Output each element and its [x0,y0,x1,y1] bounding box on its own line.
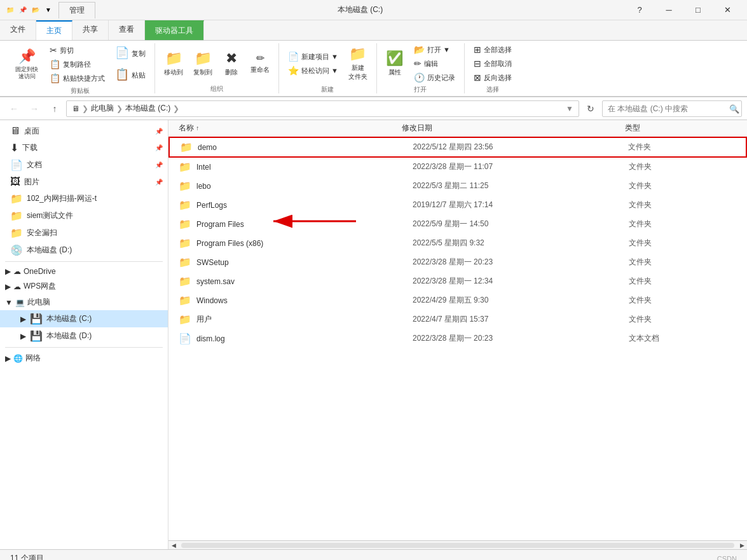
sidebar-item-pictures[interactable]: 🖼 图片 📌 [0,174,168,190]
new-item-icon: 📄 [288,51,299,62]
new-folder-icon: 📁 [349,46,366,62]
sidebar-item-documents[interactable]: 📄 文档 📌 [0,156,168,174]
path-dropdown[interactable]: ▼ [566,104,573,113]
back-button[interactable]: ← [5,100,23,117]
refresh-button[interactable]: ↻ [582,100,600,117]
sidebar-item-siem[interactable]: 📁 siem测试文件 [0,207,168,224]
path-this-pc[interactable]: 此电脑 [91,103,114,114]
download-icon: ⬇ [10,142,18,154]
wps-icon: ☁ [13,282,21,291]
history-button[interactable]: 🕐 历史记录 [410,71,459,84]
tab-home[interactable]: 主页 [36,20,72,40]
path-disk-c[interactable]: 本地磁盘 (C:) [125,103,170,114]
sidebar: 🖥 桌面 📌 ⬇ 下载 📌 📄 文档 📌 🖼 图片 📌 📁 102_内网扫描-网… [0,120,168,549]
restore-button[interactable]: □ [683,0,713,20]
close-button[interactable]: ✕ [713,0,742,20]
file-row-lebo[interactable]: 📁 lebo 2022/5/3 星期二 11:25 文件夹 [168,177,747,196]
sidebar-item-security[interactable]: 📁 安全漏扫 [0,224,168,242]
file-row-system-sav[interactable]: 📁 system.sav 2022/3/28 星期一 12:34 文件夹 [168,272,747,291]
paste-shortcut-button[interactable]: 📋 粘贴快捷方式 [46,72,109,85]
rename-icon: ✏ [256,52,264,64]
col-header-date[interactable]: 修改日期 [402,123,625,133]
window-title: 本地磁盘 (C:) [95,4,625,15]
up-button[interactable]: ↑ [46,100,64,117]
sidebar-item-wps[interactable]: ▶ ☁ WPS网盘 [0,278,168,294]
edit-button[interactable]: ✏ 编辑 [410,57,459,70]
invert-selection-button[interactable]: ⊠ 反向选择 [470,71,516,84]
search-icon[interactable]: 🔍 [729,104,739,113]
organize-label: 组织 [210,85,223,93]
hscroll-track[interactable] [181,543,734,548]
file-row-program-files[interactable]: 📁 Program Files 2022/5/9 星期一 14:50 文件夹 [168,215,747,234]
file-row-dism-log[interactable]: 📄 dism.log 2022/3/28 星期一 20:23 文本文档 [168,329,747,348]
col-header-type[interactable]: 类型 [625,123,737,133]
sidebar-item-download[interactable]: ⬇ 下载 📌 [0,139,168,156]
sidebar-item-onedrive[interactable]: ▶ ☁ OneDrive [0,264,168,278]
file-row-users[interactable]: 📁 用户 2022/4/7 星期四 15:37 文件夹 [168,310,747,329]
paste-button[interactable]: 📋 粘贴 [111,65,149,85]
tab-file[interactable]: 文件 [0,20,36,40]
file-row-perflogs[interactable]: 📁 PerfLogs 2019/12/7 星期六 17:14 文件夹 [168,196,747,215]
copy-path-button[interactable]: 📋 复制路径 [46,58,109,71]
copy-icon: 📄 [115,46,129,60]
hscroll-left[interactable]: ◀ [168,541,179,550]
folder-intel-icon: 📁 [179,161,191,173]
sidebar-item-network[interactable]: ▶ 🌐 网络 [0,350,168,366]
sidebar-item-desktop[interactable]: 🖥 桌面 📌 [0,123,168,139]
paste-shortcut-icon: 📋 [50,73,60,83]
cut-button[interactable]: ✂ 剪切 [46,44,109,57]
disk-d-icon-quick: 💿 [10,244,23,256]
main-area: 🖥 桌面 📌 ⬇ 下载 📌 📄 文档 📌 🖼 图片 📌 📁 102_内网扫描-网… [0,120,747,549]
file-dism-icon: 📄 [179,332,191,345]
window-icons: 📁 📌 📂 ▼ [5,5,53,15]
easy-access-button[interactable]: ⭐ 轻松访问 ▼ [284,64,342,77]
address-path[interactable]: 🖥 ❯ 此电脑 ❯ 本地磁盘 (C:) ❯ ▼ [66,100,579,117]
thispc-icon: 💻 [15,298,25,307]
pin-to-quick-access-button[interactable]: 📌 固定到快速访问 [10,46,43,83]
col-header-name[interactable]: 名称 ↑ [179,123,402,133]
organize-buttons: 📁 移动到 📁 复制到 ✖ 删除 ✏ 重命名 [160,43,273,83]
open-button[interactable]: 📂 打开 ▼ [410,43,459,56]
sidebar-item-thispc[interactable]: ▼ 💻 此电脑 [0,294,168,310]
status-bar: 11 个项目 CSDN [0,549,747,560]
sidebar-item-102[interactable]: 📁 102_内网扫描-网运-t [0,190,168,207]
tab-management[interactable]: 管理 [58,2,95,18]
window-controls: ? ─ □ ✕ [625,0,742,20]
folder-icon-sm: 📂 [31,5,41,15]
content-hscroll: ◀ ▶ [168,540,747,549]
tab-view[interactable]: 查看 [109,20,145,40]
hscroll-right[interactable]: ▶ [737,541,747,550]
tab-share[interactable]: 共享 [72,20,109,40]
group-clipboard: 📌 固定到快速访问 ✂ 剪切 📋 复制路径 📋 粘贴快捷方式 [5,43,155,93]
file-row-intel[interactable]: 📁 Intel 2022/3/28 星期一 11:07 文件夹 [168,158,747,177]
new-label: 新建 [321,85,334,94]
rename-button[interactable]: ✏ 重命名 [247,50,273,77]
properties-button[interactable]: ✅ 属性 [382,48,408,79]
disk-c-icon: 💾 [30,313,43,325]
file-row-program-files-x86[interactable]: 📁 Program Files (x86) 2022/5/5 星期四 9:32 … [168,234,747,253]
copy-button[interactable]: 📄 复制 [111,43,149,64]
forward-button[interactable]: → [25,100,43,117]
deselect-all-button[interactable]: ⊟ 全部取消 [470,57,516,70]
new-item-button[interactable]: 📄 新建项目 ▼ [284,50,342,63]
copy-to-button[interactable]: 📁 复制到 [189,48,216,79]
move-to-button[interactable]: 📁 移动到 [160,48,187,79]
minimize-button[interactable]: ─ [654,0,683,20]
select-all-button[interactable]: ⊞ 全部选择 [470,43,516,56]
pictures-icon: 🖼 [10,176,20,188]
file-row-demo[interactable]: 📁 demo 2022/5/12 星期四 23:56 文件夹 [168,137,747,158]
help-button[interactable]: ? [625,0,654,20]
group-new: 📄 新建项目 ▼ ⭐ 轻松访问 ▼ 📁 新建文件夹 新建 [279,43,377,93]
sidebar-item-disk-c[interactable]: ▶ 💾 本地磁盘 (C:) [0,310,168,327]
tab-drive-tools[interactable]: 驱动器工具 [145,20,204,40]
file-row-windows[interactable]: 📁 Windows 2022/4/29 星期五 9:30 文件夹 [168,291,747,310]
file-row-swsetup[interactable]: 📁 SWSetup 2022/3/28 星期一 20:23 文件夹 [168,253,747,272]
sidebar-item-disk-d-quick[interactable]: 💿 本地磁盘 (D:) [0,242,168,259]
onedrive-expand-icon: ▶ [5,267,11,276]
copy-to-icon: 📁 [195,50,212,67]
paste-icon: 📋 [115,67,129,81]
search-input[interactable] [602,100,742,117]
new-folder-button[interactable]: 📁 新建文件夹 [345,43,371,84]
sidebar-item-disk-d[interactable]: ▶ 💾 本地磁盘 (D:) [0,327,168,345]
delete-button[interactable]: ✖ 删除 [219,48,244,79]
